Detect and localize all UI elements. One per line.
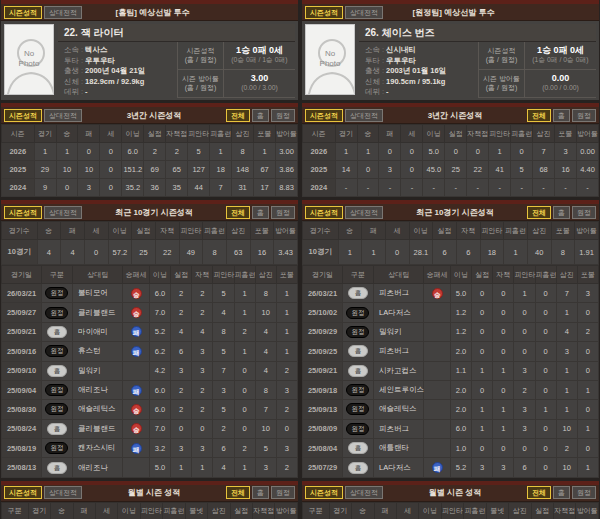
stat-cell: 67 [254,161,276,179]
header-cell: 방어율 [575,222,599,240]
player-info-list: 소속:텍사스투타:우투우타출생:2000년 04월 21일신체:182.9cm … [58,42,177,98]
opponent-cell: 시카고컵스 [374,361,424,380]
result-cell [424,380,451,399]
game-date-cell: 25/09/04 [2,380,42,399]
home-badge: 홈 [47,365,67,377]
filter-all[interactable]: 전체 [226,109,250,122]
filter-all[interactable]: 전체 [527,206,551,219]
venue-cell: 원정 [41,439,72,458]
stat-cell: 7 [533,143,555,161]
stat-cell: 18 [210,161,232,179]
filter-all[interactable]: 전체 [527,486,551,499]
stat-cell: 57.2 [108,240,132,265]
filter-away[interactable]: 원정 [572,206,596,219]
header-cell: 방어율 [274,222,298,240]
header-cell: 승패세 [424,266,451,284]
tab-season-stats[interactable]: 시즌성적 [305,486,343,499]
stat-cell: 1 [171,458,192,477]
header-cell: 실점 [472,266,493,284]
opponent-cell: 밀워키 [374,322,424,341]
stat-cell: 2 [276,400,297,419]
tab-group: 시즌성적 상대전적 [305,109,383,122]
stat-cell: 2.0 [450,400,471,419]
filter-home[interactable]: 홈 [252,206,269,219]
filter-away[interactable]: 원정 [271,206,295,219]
filter-home[interactable]: 홈 [553,109,570,122]
tab-head-to-head[interactable]: 상대전적 [345,206,383,219]
section-header: 시즌성적 상대전적 월별 시즌 성적 전체 홈 원정 [1,485,298,502]
stat-cell: 7 [556,284,577,303]
tab-head-to-head[interactable]: 상대전적 [44,109,82,122]
stat-cell: 49 [179,240,203,265]
filter-home[interactable]: 홈 [553,486,570,499]
game-date-cell: 25/09/27 [2,303,42,322]
stat-cell: 1 [362,240,386,265]
stat-cell: 0 [84,240,108,265]
table-header-row: 시즌경기승패세이닝실점자책점피안타피홈런삼진포볼방어율 [303,125,599,143]
stat-cell: - [379,179,401,197]
tab-season-stats[interactable]: 시즌성적 [4,206,42,219]
filter-home[interactable]: 홈 [252,109,269,122]
filter-all[interactable]: 전체 [226,486,250,499]
tab-season-stats[interactable]: 시즌성적 [4,109,42,122]
home-badge: 홈 [348,345,368,357]
tab-season-stats[interactable]: 시즌성적 [305,206,343,219]
venue-cell: 홈 [342,361,373,380]
header-cell: 자책점 [253,502,275,519]
section-header: 시즌성적 상대전적 3년간 시즌성적 전체 홈 원정 [302,107,599,124]
stat-cell: 151.2 [122,161,144,179]
stat-cell: 0 [493,380,514,399]
game-date-cell: 25/09/21 [2,322,42,341]
game-log-row: 25/09/21홈시카고컵스1.1113010 [303,361,599,380]
header-cell: 피안타 [441,502,463,519]
stat-cell: 2 [192,303,213,322]
header-cell: 포볼 [250,222,274,240]
filter-away[interactable]: 원정 [572,486,596,499]
stat-cell: 0 [472,284,493,303]
opponent-cell: 애틀랜타 [374,439,424,458]
header-cell: 구분 [303,502,330,519]
opponent-cell: 피츠버그 [374,284,424,303]
season-record-label: 시즌성적 (홈 / 원정) [479,42,525,70]
filter-away[interactable]: 원정 [572,109,596,122]
stat-cell: 5.0 [149,458,170,477]
tab-season-stats[interactable]: 시즌성적 [4,486,42,499]
filter-away[interactable]: 원정 [271,486,295,499]
opponent-cell: 캔자스시티 [73,439,123,458]
tab-season-stats[interactable]: 시즌성적 [305,6,343,19]
tab-head-to-head[interactable]: 상대전적 [44,6,82,19]
game-log-row: 26/03/21원정볼티모어승6.0225181 [2,284,298,303]
venue-filter-group: 전체 홈 원정 [527,109,596,122]
stat-cell: - [533,179,555,197]
monthly-section: 시즌성적 상대전적 월별 시즌 성적 전체 홈 원정 구분경기승패세이닝피안타피… [1,481,298,519]
info-label: 투타 [64,56,79,65]
tab-head-to-head[interactable]: 상대전적 [345,109,383,122]
tab-head-to-head[interactable]: 상대전적 [345,486,383,499]
stat-cell: 10 [56,161,78,179]
win-badge: 승 [131,307,142,318]
header-cell: 세 [95,502,117,519]
stat-cell: 22 [467,161,489,179]
player-info-list: 소속:신시내티투타:우투우타출생:2003년 01월 16일신체:190.5cm… [359,42,478,98]
header-cell: 세 [396,502,418,519]
tab-head-to-head[interactable]: 상대전적 [44,486,82,499]
venue-cell: 원정 [41,380,72,399]
stat-cell: 4 [213,458,234,477]
header-cell: 삼진 [509,502,531,519]
game-log-row: 25/09/10홈밀워키4.2337042 [2,361,298,380]
table-row: 10경기44057.2252249863163.43 [2,240,298,265]
filter-home[interactable]: 홈 [553,206,570,219]
filter-all[interactable]: 전체 [527,109,551,122]
tab-head-to-head[interactable]: 상대전적 [345,6,383,19]
filter-home[interactable]: 홈 [252,486,269,499]
tab-season-stats[interactable]: 시즌성적 [305,109,343,122]
result-cell: 승 [123,303,150,322]
filter-all[interactable]: 전체 [226,206,250,219]
no-photo-text: No Photo [306,49,354,69]
stat-cell: 6.0 [122,143,144,161]
tab-season-stats[interactable]: 시즌성적 [4,6,42,19]
stat-cell: 14 [335,161,357,179]
tab-head-to-head[interactable]: 상대전적 [44,206,82,219]
filter-away[interactable]: 원정 [271,109,295,122]
stat-cell: 1 [556,380,577,399]
